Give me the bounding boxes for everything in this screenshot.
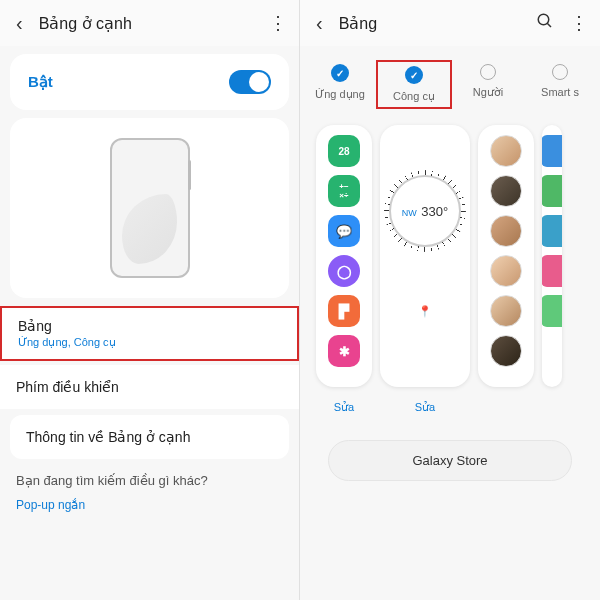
toggle-switch[interactable] [229, 70, 271, 94]
page-title-right: Bảng [339, 14, 536, 33]
question-text: Bạn đang tìm kiếm điều gì khác? [16, 473, 283, 488]
calculator-icon: +−×÷ [328, 175, 360, 207]
tab-apps[interactable]: ✓ Ứng dụng [304, 60, 376, 109]
switch-knob [249, 72, 269, 92]
compass-ticks [384, 170, 466, 252]
phone-wallpaper [122, 194, 177, 264]
top-bar-right: ‹ Bảng ⋮ [300, 0, 600, 46]
settings-page: ‹ Bảng ở cạnh ⋮ Bật Bảng Ứng dụng, Công … [0, 0, 300, 600]
svg-point-0 [538, 14, 549, 25]
tab-label: Người [473, 86, 504, 98]
avatar [490, 295, 522, 327]
panels-subtitle: Ứng dụng, Công cụ [18, 336, 281, 349]
panel-previews[interactable]: 28 +−×÷ 💬 ◯ ▛ ✱ NW 330° 📍 [300, 115, 600, 397]
avatar [490, 175, 522, 207]
tab-label: Ứng dụng [315, 88, 365, 100]
controls-title: Phím điều khiển [16, 379, 283, 395]
check-icon: ✓ [405, 66, 423, 84]
panels-picker-page: ‹ Bảng ⋮ ✓ Ứng dụng ✓ Công cụ Người [300, 0, 600, 600]
panels-title: Bảng [18, 318, 281, 334]
more-icon[interactable]: ⋮ [269, 12, 287, 34]
radio-icon [480, 64, 496, 80]
browser-icon: ◯ [328, 255, 360, 287]
panels-row[interactable]: Bảng Ứng dụng, Công cụ [0, 306, 299, 361]
partial-icon [542, 215, 562, 247]
location-pin-icon: 📍 [418, 305, 432, 318]
tab-tools[interactable]: ✓ Công cụ [376, 60, 452, 109]
more-icon[interactable]: ⋮ [570, 12, 588, 35]
enable-card[interactable]: Bật [10, 54, 289, 110]
tab-label: Smart s [541, 86, 579, 98]
galaxy-store-button[interactable]: Galaxy Store [328, 440, 572, 481]
controls-row[interactable]: Phím điều khiển [0, 365, 299, 409]
edit-link-tools[interactable]: Sửa [380, 401, 470, 414]
category-tabs: ✓ Ứng dụng ✓ Công cụ Người Smart s [300, 46, 600, 115]
partial-icon [542, 255, 562, 287]
radio-icon [552, 64, 568, 80]
phone-preview-card [10, 118, 289, 298]
calendar-icon: 28 [328, 135, 360, 167]
partial-icon [542, 135, 562, 167]
panel-smart-preview[interactable] [542, 125, 562, 387]
avatar [490, 255, 522, 287]
check-icon: ✓ [331, 64, 349, 82]
about-row[interactable]: Thông tin về Bảng ở cạnh [10, 415, 289, 459]
popup-link[interactable]: Pop-up ngắn [16, 498, 283, 512]
back-icon[interactable]: ‹ [12, 8, 27, 39]
tab-label: Công cụ [393, 90, 435, 102]
app-icon-pink: ✱ [328, 335, 360, 367]
edit-row: Sửa Sửa [300, 397, 600, 414]
question-block: Bạn đang tìm kiếm điều gì khác? Pop-up n… [16, 473, 283, 512]
avatar [490, 335, 522, 367]
partial-icon [542, 175, 562, 207]
page-title: Bảng ở cạnh [39, 14, 269, 33]
tab-people[interactable]: Người [452, 60, 524, 109]
avatar [490, 215, 522, 247]
tab-smart[interactable]: Smart s [524, 60, 596, 109]
panel-compass-preview[interactable]: NW 330° 📍 [380, 125, 470, 387]
edit-link-apps[interactable]: Sửa [316, 401, 372, 414]
phone-edge-handle [188, 160, 191, 190]
app-icon-orange: ▛ [328, 295, 360, 327]
messages-icon: 💬 [328, 215, 360, 247]
search-icon[interactable] [536, 12, 554, 35]
compass-face: NW 330° [389, 175, 461, 247]
enable-label: Bật [28, 73, 53, 91]
top-bar-left: ‹ Bảng ở cạnh ⋮ [0, 0, 299, 46]
partial-icon [542, 295, 562, 327]
back-icon[interactable]: ‹ [312, 8, 327, 39]
panel-people-preview[interactable] [478, 125, 534, 387]
panel-apps-preview[interactable]: 28 +−×÷ 💬 ◯ ▛ ✱ [316, 125, 372, 387]
phone-frame [110, 138, 190, 278]
about-title: Thông tin về Bảng ở cạnh [26, 429, 273, 445]
svg-line-1 [547, 23, 551, 27]
avatar [490, 135, 522, 167]
